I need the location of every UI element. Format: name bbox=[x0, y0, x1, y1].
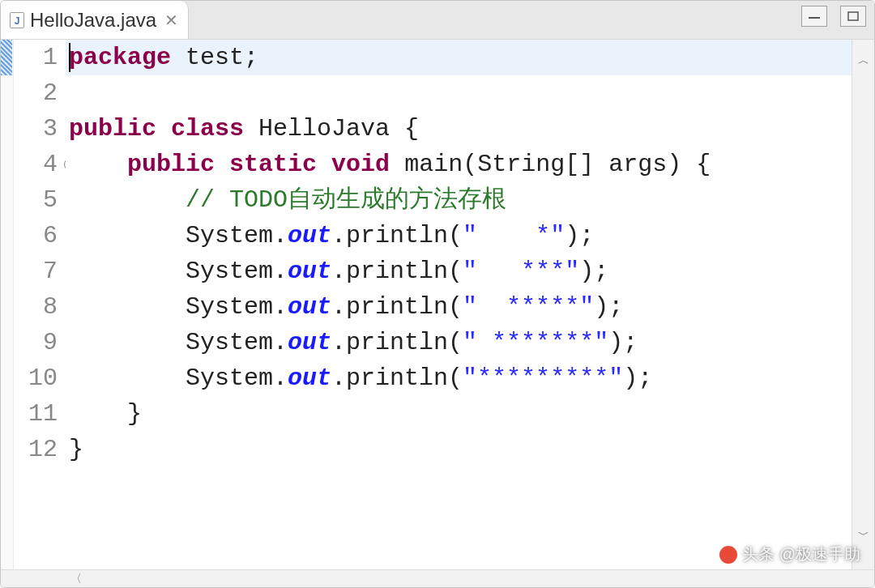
line-number: 3 bbox=[14, 111, 58, 147]
line-number: 12 bbox=[14, 432, 58, 467]
ruler bbox=[1, 40, 14, 569]
editor-body: 123−456789101112 package test;public cla… bbox=[1, 40, 874, 569]
line-number: 1 bbox=[14, 40, 58, 75]
svg-text:J: J bbox=[15, 15, 20, 27]
code-line[interactable]: } bbox=[69, 396, 852, 432]
code-line[interactable] bbox=[69, 75, 852, 111]
line-number: 8 bbox=[14, 289, 58, 325]
code-line[interactable]: System.out.println(" *"); bbox=[69, 218, 852, 254]
line-number: 10 bbox=[14, 360, 58, 396]
line-number: 5 bbox=[14, 182, 58, 218]
line-number: 9 bbox=[14, 325, 58, 360]
gutter: 123−456789101112 bbox=[14, 40, 66, 569]
vertical-scrollbar[interactable]: ︿ ﹀ bbox=[852, 40, 874, 569]
svg-rect-3 bbox=[848, 12, 858, 20]
line-number: 6 bbox=[14, 218, 58, 254]
tab-filename: HelloJava.java bbox=[30, 9, 156, 32]
code-line[interactable]: package test; bbox=[69, 40, 852, 75]
code-line[interactable]: public class HelloJava { bbox=[69, 111, 852, 147]
close-icon[interactable]: ✕ bbox=[164, 11, 178, 30]
horizontal-scrollbar[interactable]: 〈 bbox=[1, 569, 874, 587]
scroll-up-icon[interactable]: ︿ bbox=[852, 43, 874, 79]
code-line[interactable]: } bbox=[69, 432, 852, 467]
line-marker bbox=[1, 40, 12, 75]
maximize-button[interactable] bbox=[840, 6, 866, 27]
code-line[interactable]: System.out.println(" ***"); bbox=[69, 254, 852, 289]
scroll-left-icon[interactable]: 〈 bbox=[66, 572, 87, 586]
scroll-down-icon[interactable]: ﹀ bbox=[852, 518, 874, 553]
line-number: 11 bbox=[14, 396, 58, 432]
code-line[interactable]: System.out.println(" *******"); bbox=[69, 325, 852, 360]
editor-window: J HelloJava.java ✕ 123−456789101112 pack… bbox=[0, 0, 875, 588]
code-line[interactable]: public static void main(String[] args) { bbox=[69, 147, 852, 182]
line-number: 7 bbox=[14, 254, 58, 289]
code-area[interactable]: package test;public class HelloJava { pu… bbox=[66, 40, 852, 569]
code-line[interactable]: // TODO自动生成的方法存根 bbox=[69, 182, 852, 218]
minimize-button[interactable] bbox=[801, 6, 827, 27]
code-line[interactable]: System.out.println(" *****"); bbox=[69, 289, 852, 325]
tab-bar: J HelloJava.java ✕ bbox=[1, 1, 874, 40]
window-controls bbox=[801, 6, 866, 27]
line-number: 4 bbox=[14, 147, 58, 182]
text-cursor bbox=[69, 43, 70, 72]
java-file-icon: J bbox=[9, 11, 25, 29]
tab-hellojava[interactable]: J HelloJava.java ✕ bbox=[1, 1, 189, 39]
code-line[interactable]: System.out.println("*********"); bbox=[69, 360, 852, 396]
svg-rect-2 bbox=[809, 17, 820, 19]
line-number: 2 bbox=[14, 75, 58, 111]
